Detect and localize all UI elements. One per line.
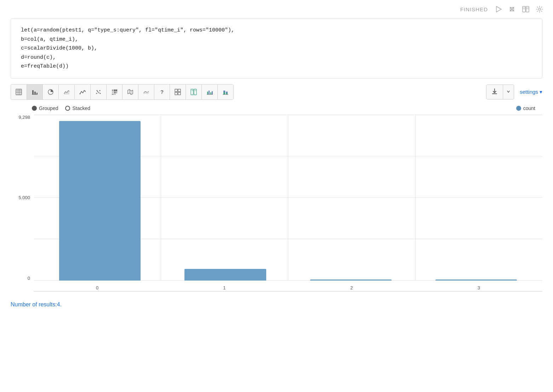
- bar-group-3: [414, 115, 539, 281]
- grid-table-icon: [175, 89, 181, 95]
- svg-rect-38: [116, 92, 117, 93]
- bar-1: [184, 269, 266, 281]
- top-bar-icons: [494, 4, 545, 14]
- svg-marker-0: [496, 6, 501, 12]
- map1-button[interactable]: [122, 85, 138, 99]
- grouped-legend-item[interactable]: Grouped: [32, 105, 58, 111]
- stacked-bar-button[interactable]: [218, 85, 233, 99]
- svg-point-28: [97, 91, 98, 92]
- bar-chart-button[interactable]: [27, 85, 43, 99]
- bar-0: [59, 121, 141, 280]
- pie-chart-icon: [47, 89, 54, 95]
- svg-point-30: [99, 90, 101, 91]
- play-icon: [495, 6, 502, 13]
- chart-legend: Grouped Stacked count: [11, 105, 542, 111]
- book-icon: [522, 6, 530, 13]
- code-block: let(a=random(ptest1, q="type_s:query", f…: [11, 18, 542, 79]
- svg-rect-43: [175, 89, 177, 92]
- chart-type-buttons: ?: [11, 84, 234, 100]
- settings-button[interactable]: settings ▾: [520, 89, 542, 95]
- svg-point-23: [81, 91, 82, 92]
- svg-rect-4: [523, 6, 525, 12]
- y-tick-0: 0: [28, 276, 30, 281]
- bar-group-1: [163, 115, 288, 281]
- footer-text: Number of results:4.: [11, 301, 542, 308]
- scatter-chart-button[interactable]: [91, 85, 107, 99]
- svg-rect-56: [223, 92, 225, 94]
- line-chart-icon: [79, 89, 86, 95]
- svg-point-25: [84, 90, 85, 91]
- heatmap-icon: [111, 89, 118, 95]
- svg-rect-45: [175, 92, 177, 95]
- svg-rect-17: [34, 92, 36, 94]
- svg-rect-51: [207, 92, 208, 94]
- toolbar-right: settings ▾: [486, 85, 542, 99]
- svg-rect-40: [114, 94, 116, 95]
- settings-gear-button[interactable]: [535, 4, 545, 14]
- bar-group-2: [288, 115, 414, 281]
- svg-point-22: [80, 93, 81, 94]
- svg-rect-58: [226, 93, 228, 94]
- line-chart-button[interactable]: [75, 85, 91, 99]
- svg-rect-35: [112, 92, 114, 93]
- run-button[interactable]: [494, 4, 503, 14]
- download-button-group: [486, 85, 514, 99]
- map1-icon: [127, 89, 133, 95]
- code-line-2: b=col(a, qtime_i),: [21, 35, 532, 44]
- svg-rect-5: [526, 6, 529, 12]
- status-label: FINISHED: [460, 6, 488, 12]
- svg-rect-33: [112, 90, 114, 91]
- svg-rect-39: [112, 94, 114, 95]
- pie-chart-button[interactable]: [43, 85, 59, 99]
- grouped-bar-button[interactable]: [202, 85, 218, 99]
- table-icon: [16, 89, 22, 95]
- svg-point-24: [82, 92, 84, 93]
- facet-button[interactable]: [186, 85, 202, 99]
- stacked-legend-item[interactable]: Stacked: [65, 105, 90, 111]
- chart-wrapper: 9,298 5,000 0: [11, 115, 542, 292]
- code-line-5: e=freqTable(d)): [21, 62, 532, 71]
- svg-point-27: [96, 93, 97, 94]
- top-bar: FINISHED: [0, 0, 553, 18]
- stop-icon: [508, 6, 515, 13]
- area-chart-icon: [63, 89, 70, 95]
- chart-area: Grouped Stacked count 9,298 5,000 0: [11, 105, 542, 292]
- area-chart-button[interactable]: [59, 85, 75, 99]
- svg-point-29: [98, 92, 99, 93]
- grouped-label: Grouped: [39, 105, 58, 111]
- book-button[interactable]: [520, 4, 531, 14]
- code-line-4: d=round(c),: [21, 53, 532, 62]
- help-button[interactable]: ?: [154, 85, 170, 99]
- code-line-3: c=scalarDivide(1000, b),: [21, 44, 532, 53]
- grid-table-button[interactable]: [170, 85, 186, 99]
- svg-rect-46: [178, 92, 181, 95]
- y-axis: 9,298 5,000 0: [11, 115, 34, 292]
- stop-button[interactable]: [507, 4, 517, 14]
- table-view-button[interactable]: [11, 85, 27, 99]
- svg-rect-44: [178, 89, 181, 92]
- x-tick-0: 0: [34, 281, 161, 291]
- map2-button[interactable]: [138, 85, 154, 99]
- svg-rect-37: [116, 90, 117, 91]
- heatmap-button[interactable]: [107, 85, 122, 99]
- download-main-button[interactable]: [486, 85, 503, 99]
- facet-icon: [190, 89, 197, 95]
- grouped-dot: [32, 106, 37, 111]
- svg-rect-36: [114, 92, 116, 93]
- y-tick-5000: 5,000: [18, 195, 30, 200]
- x-axis: 0 1 2 3: [34, 281, 542, 291]
- svg-point-31: [100, 93, 101, 94]
- download-caret-button[interactable]: [503, 85, 514, 99]
- svg-rect-34: [114, 90, 116, 91]
- stacked-dot: [65, 106, 70, 111]
- bar-group-0: [37, 115, 163, 281]
- chevron-down-icon: [507, 90, 510, 93]
- count-label: count: [523, 105, 535, 111]
- gear-icon: [536, 6, 543, 13]
- download-icon: [491, 88, 498, 94]
- svg-rect-57: [223, 91, 225, 92]
- chart-toolbar: ?: [11, 84, 542, 100]
- stacked-bar-icon: [222, 89, 229, 95]
- svg-rect-54: [212, 91, 213, 94]
- svg-rect-59: [226, 92, 228, 93]
